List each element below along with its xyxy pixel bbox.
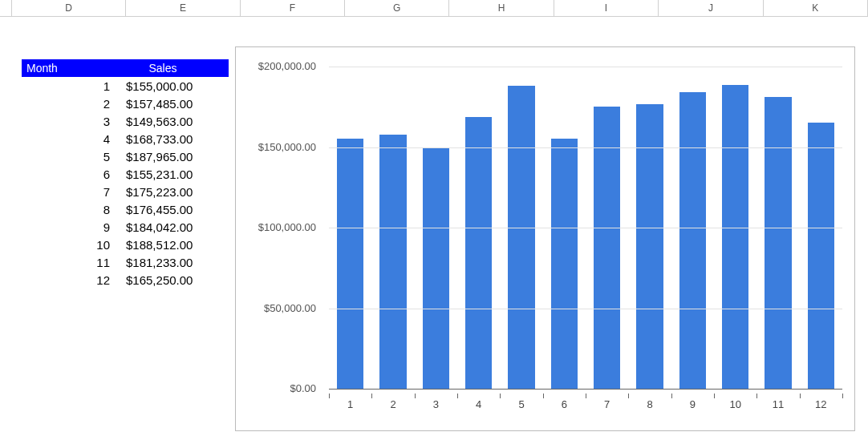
table-row[interactable]: 5$187,965.00 — [22, 147, 229, 165]
y-axis-tick-label: $200,000.00 — [258, 60, 316, 72]
x-axis-tick — [500, 394, 501, 398]
cell-month[interactable]: 9 — [22, 220, 126, 234]
cell-month[interactable]: 8 — [22, 203, 126, 216]
chart-bar[interactable] — [594, 107, 620, 389]
y-axis-tick-label: $100,000.00 — [258, 221, 316, 233]
table-row[interactable]: 3$149,563.00 — [22, 112, 229, 130]
cell-sales[interactable]: $149,563.00 — [126, 115, 231, 128]
cell-month[interactable]: 11 — [22, 256, 126, 269]
chart-bar[interactable] — [808, 123, 834, 389]
table-row[interactable]: 6$155,231.00 — [22, 165, 229, 183]
x-axis-tick-label: 2 — [383, 398, 403, 410]
cell-month[interactable]: 7 — [22, 185, 126, 199]
column-header-gutter — [0, 0, 12, 16]
chart-baseline — [329, 389, 842, 390]
x-axis-tick — [586, 394, 586, 398]
x-axis-tick — [756, 394, 757, 398]
cell-month[interactable]: 6 — [22, 168, 126, 181]
cell-month[interactable]: 3 — [22, 115, 126, 128]
x-axis-labels: 123456789101112 — [329, 394, 842, 413]
table-header-sales: Sales — [97, 62, 229, 75]
chart-gridline — [329, 147, 842, 148]
x-axis-tick-label: 4 — [469, 398, 489, 410]
table-body: 1$155,000.002$157,485.003$149,563.004$16… — [22, 77, 229, 289]
column-header[interactable]: G — [345, 0, 449, 16]
table-row[interactable]: 1$155,000.00 — [22, 77, 229, 95]
cell-sales[interactable]: $155,231.00 — [126, 168, 231, 181]
y-axis-tick-label: $50,000.00 — [264, 302, 316, 314]
cell-sales[interactable]: $187,965.00 — [126, 150, 231, 163]
cell-sales[interactable]: $165,250.00 — [126, 273, 231, 287]
cell-sales[interactable]: $157,485.00 — [126, 97, 231, 111]
cell-sales[interactable]: $175,223.00 — [126, 185, 231, 199]
table-row[interactable]: 9$184,042.00 — [22, 218, 229, 236]
column-header[interactable]: J — [659, 0, 763, 16]
chart-gridline — [329, 228, 842, 228]
cell-sales[interactable]: $184,042.00 — [126, 220, 231, 234]
table-row[interactable]: 7$175,223.00 — [22, 183, 229, 200]
chart-bar[interactable] — [679, 92, 706, 389]
column-header[interactable]: I — [554, 0, 659, 16]
x-axis-tick-label: 8 — [640, 398, 659, 410]
cell-month[interactable]: 10 — [22, 238, 126, 252]
x-axis-tick-label: 9 — [683, 398, 702, 410]
table-row[interactable]: 10$188,512.00 — [22, 236, 229, 253]
chart-bar[interactable] — [465, 117, 492, 389]
table-row[interactable]: 2$157,485.00 — [22, 95, 229, 112]
chart-bar[interactable] — [379, 135, 406, 389]
x-axis-tick — [671, 394, 672, 398]
data-table: Month Sales 1$155,000.002$157,485.003$14… — [22, 59, 229, 289]
cell-month[interactable]: 5 — [22, 150, 126, 163]
table-row[interactable]: 11$181,233.00 — [22, 253, 229, 271]
chart-bar[interactable] — [423, 147, 449, 389]
chart-bar[interactable] — [722, 85, 748, 389]
x-axis-tick-label: 10 — [726, 398, 745, 410]
y-axis-tick-label: $150,000.00 — [258, 141, 316, 153]
x-axis-tick — [371, 394, 372, 398]
cell-month[interactable]: 2 — [22, 97, 126, 111]
cell-month[interactable]: 1 — [22, 79, 126, 93]
table-header-month: Month — [22, 62, 97, 75]
column-headers: DEFGHIJK — [0, 0, 868, 17]
chart-gridline — [329, 309, 842, 309]
chart-bar[interactable] — [765, 97, 791, 389]
x-axis-tick-label: 1 — [341, 398, 360, 410]
x-axis-tick — [415, 394, 416, 398]
cell-sales[interactable]: $168,733.00 — [126, 132, 231, 146]
cell-sales[interactable]: $181,233.00 — [126, 256, 231, 269]
x-axis-tick-label: 5 — [512, 398, 531, 410]
x-axis-tick-label: 6 — [554, 398, 574, 410]
x-axis-tick — [457, 394, 458, 398]
x-axis-tick-label: 11 — [769, 398, 788, 410]
table-row[interactable]: 4$168,733.00 — [22, 130, 229, 147]
chart-bar[interactable] — [508, 86, 534, 389]
cell-sales[interactable]: $176,455.00 — [126, 203, 231, 216]
x-axis-tick-label: 7 — [598, 398, 617, 410]
column-header[interactable]: K — [764, 0, 868, 16]
x-axis-tick — [543, 394, 544, 398]
x-axis-tick — [714, 394, 715, 398]
y-axis-labels: $0.00$50,000.00$100,000.00$150,000.00$20… — [236, 67, 322, 389]
column-header[interactable]: D — [12, 0, 126, 16]
y-axis-tick-label: $0.00 — [290, 382, 316, 394]
column-header[interactable]: H — [449, 0, 554, 16]
table-row[interactable]: 12$165,250.00 — [22, 271, 229, 289]
x-axis-tick — [800, 394, 801, 398]
x-axis-tick — [329, 394, 330, 398]
x-axis-tick-label: 12 — [811, 398, 830, 410]
chart-plot-area — [329, 67, 842, 389]
cell-month[interactable]: 12 — [22, 273, 126, 287]
cell-sales[interactable]: $188,512.00 — [126, 238, 231, 252]
column-header[interactable]: E — [126, 0, 240, 16]
chart-container[interactable]: $0.00$50,000.00$100,000.00$150,000.00$20… — [235, 46, 855, 431]
x-axis-tick — [842, 394, 843, 398]
x-axis-tick — [628, 394, 629, 398]
cell-month[interactable]: 4 — [22, 132, 126, 146]
chart-bar[interactable] — [551, 139, 578, 389]
chart-gridline — [329, 67, 842, 67]
table-row[interactable]: 8$176,455.00 — [22, 200, 229, 218]
table-header-row: Month Sales — [22, 59, 229, 77]
cell-sales[interactable]: $155,000.00 — [126, 79, 231, 93]
chart-bar[interactable] — [337, 139, 363, 389]
column-header[interactable]: F — [241, 0, 345, 16]
